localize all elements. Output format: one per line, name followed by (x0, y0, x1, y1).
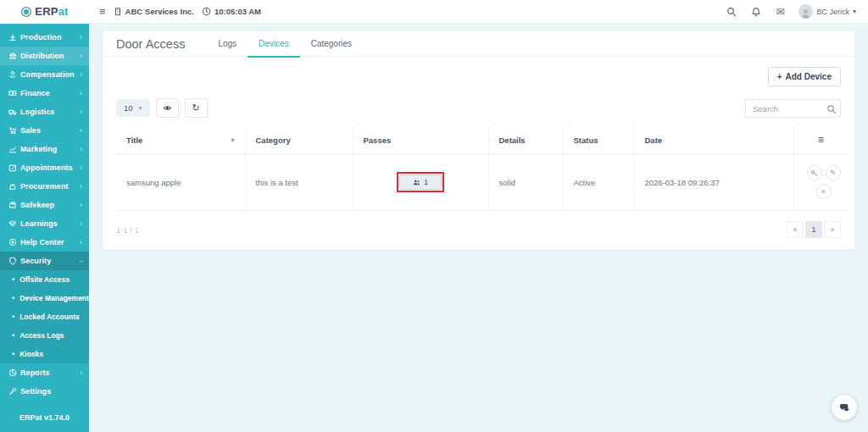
refresh-button[interactable]: ↻ (185, 98, 208, 118)
cell-date: 2026-03-18 09:26:37 (634, 154, 793, 211)
chevron-right-icon: › (80, 369, 82, 377)
clock-display: 10:05:03 AM (202, 7, 261, 16)
chat-bubble-icon (838, 402, 850, 413)
page-title: Door Access (116, 37, 185, 51)
shield-icon (8, 257, 20, 265)
chevron-right-icon: › (80, 183, 82, 191)
truck-icon (8, 108, 20, 116)
banknote-icon (8, 89, 20, 97)
bullet-icon: • (12, 331, 14, 340)
door-access-card: Door Access Logs Devices Categories + Ad… (103, 31, 854, 250)
messages-mail-icon[interactable]: ✉ (776, 6, 784, 18)
chevron-right-icon: › (80, 34, 82, 42)
sidebar-item-reports[interactable]: Reports› (0, 363, 89, 382)
sidebar-item-finance[interactable]: Finance› (0, 84, 89, 102)
sidebar-item-help-center[interactable]: Help Center› (0, 233, 89, 252)
edit-action-button[interactable]: ✎ (826, 165, 841, 180)
pie-chart-icon (8, 368, 20, 377)
pencil-icon: ✎ (830, 169, 837, 177)
sidebar-item-compensation[interactable]: Compensation› (0, 65, 89, 84)
sidebar-item-offsite-access[interactable]: •Offsite Access (0, 270, 89, 289)
sidebar-item-sales[interactable]: Sales› (0, 121, 89, 140)
eye-icon (163, 103, 172, 113)
user-menu[interactable]: BC Jerick ▾ (798, 4, 856, 19)
column-header-date[interactable]: Date (634, 126, 793, 154)
chevron-right-icon: › (80, 90, 82, 97)
cell-passes: 1 (353, 154, 488, 211)
pagination-next[interactable]: » (824, 221, 841, 238)
chevron-right-icon: › (80, 53, 82, 60)
sidebar-item-access-logs[interactable]: •Access Logs (0, 326, 89, 345)
bank-icon (8, 52, 20, 60)
column-visibility-button[interactable] (156, 98, 179, 118)
bullet-icon: • (12, 350, 14, 358)
app-version: ERPat v1.74.0 (0, 413, 89, 422)
table-search (745, 99, 841, 118)
sidebar-item-distribution[interactable]: Distribution› (0, 47, 89, 65)
column-header-details[interactable]: Details (488, 126, 563, 154)
delete-action-button[interactable]: × (816, 184, 832, 199)
search-icon[interactable] (726, 7, 737, 17)
column-header-title[interactable]: Title▾ (116, 126, 245, 154)
key-action-button[interactable] (807, 165, 822, 180)
clock-icon (202, 7, 211, 16)
chat-button[interactable] (832, 395, 857, 420)
pagination-page-1[interactable]: 1 (805, 221, 822, 238)
avatar (798, 4, 813, 19)
sidebar-item-appointments[interactable]: Appointments› (0, 158, 89, 177)
chevron-right-icon: › (80, 239, 82, 246)
caret-down-icon: ▾ (139, 104, 142, 112)
chevron-down-icon: › (77, 260, 85, 263)
close-icon: × (821, 187, 826, 196)
passes-button[interactable]: 1 (399, 174, 442, 190)
sidebar-item-logistics[interactable]: Logistics› (0, 102, 89, 121)
cell-actions: ✎ × (793, 154, 848, 211)
box-icon (8, 201, 20, 209)
chevron-right-icon: › (80, 164, 82, 172)
page-size-select[interactable]: 10 ▾ (116, 99, 150, 117)
sidebar-item-device-management[interactable]: •Device Management (0, 289, 89, 307)
add-device-button[interactable]: + Add Device (768, 67, 841, 86)
user-caret-icon: ▾ (853, 8, 856, 15)
cell-details: solid (488, 154, 563, 211)
sidebar-item-security[interactable]: Security› (0, 252, 89, 270)
column-header-actions[interactable]: ≡ (793, 126, 848, 154)
edit-square-icon (8, 163, 20, 172)
sidebar-item-locked-accounts[interactable]: •Locked Accounts (0, 307, 89, 326)
menu-icon: ≡ (818, 134, 824, 146)
sidebar-item-marketing[interactable]: Marketing› (0, 140, 89, 158)
production-icon (8, 33, 20, 42)
company-selector[interactable]: ABC Services Inc. (114, 7, 194, 16)
notifications-bell-icon[interactable] (751, 7, 761, 17)
key-icon (810, 169, 818, 177)
column-header-status[interactable]: Status (563, 126, 634, 154)
column-header-passes[interactable]: Passes (353, 126, 488, 154)
sidebar-item-kiosks[interactable]: •Kiosks (0, 345, 89, 363)
sort-caret-icon: ▾ (231, 136, 234, 144)
sidebar: Production› Distribution› Compensation› … (0, 24, 89, 432)
devices-table: Title▾ Category Passes Details Status Da… (116, 126, 848, 211)
app-logo: ERPat (0, 0, 89, 24)
search-icon (826, 102, 837, 118)
sidebar-item-procurement[interactable]: Procurement› (0, 177, 89, 196)
pagination: « 1 » (787, 221, 841, 238)
table-header-row: Title▾ Category Passes Details Status Da… (116, 126, 848, 154)
topbar: ERPat ≡ ABC Services Inc. 10:05:03 AM ✉ (0, 0, 868, 24)
sidebar-toggle-icon[interactable]: ≡ (99, 5, 106, 18)
sidebar-item-learnings[interactable]: Learnings› (0, 214, 89, 233)
tab-categories[interactable]: Categories (300, 31, 363, 58)
bag-icon (8, 182, 20, 191)
chevron-right-icon: › (80, 220, 82, 228)
security-submenu: •Offsite Access •Device Management •Lock… (0, 270, 89, 363)
sidebar-item-production[interactable]: Production› (0, 28, 89, 47)
click-highlight-annotation: 1 (397, 172, 444, 192)
tab-logs[interactable]: Logs (207, 31, 248, 58)
tab-devices[interactable]: Devices (248, 31, 300, 58)
sidebar-item-safekeep[interactable]: Safekeep› (0, 196, 89, 214)
pagination-prev[interactable]: « (787, 221, 804, 238)
hand-coins-icon (8, 70, 20, 79)
column-header-category[interactable]: Category (245, 126, 353, 154)
chevron-right-icon: › (80, 146, 82, 153)
sidebar-item-settings[interactable]: Settings (0, 382, 89, 401)
bullet-icon: • (12, 313, 14, 321)
